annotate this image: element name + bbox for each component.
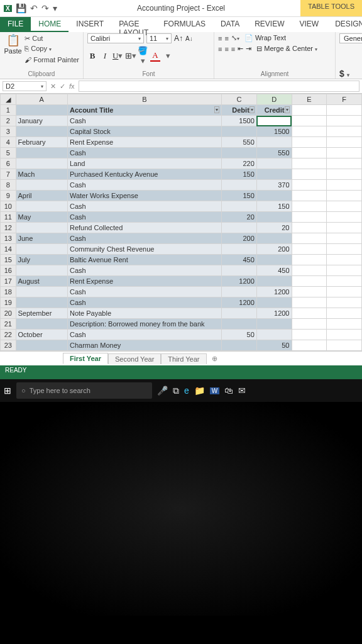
- cell[interactable]: [327, 148, 362, 158]
- cut-button[interactable]: ✂ Cut: [25, 33, 79, 43]
- cell[interactable]: [292, 105, 327, 116]
- cell[interactable]: Baltic Avenue Rent: [67, 255, 221, 265]
- cell[interactable]: [327, 212, 362, 223]
- cell[interactable]: 150: [256, 201, 292, 212]
- row-header[interactable]: 5: [1, 148, 16, 158]
- filter-icon[interactable]: ▾: [250, 106, 255, 113]
- cell[interactable]: August: [16, 276, 67, 287]
- tab-formulas[interactable]: FORMULAS: [156, 17, 213, 32]
- cell[interactable]: [292, 287, 327, 297]
- save-icon[interactable]: 💾: [16, 3, 26, 13]
- cell[interactable]: [256, 297, 292, 308]
- row-header[interactable]: 22: [1, 330, 16, 340]
- cell[interactable]: 370: [256, 180, 292, 191]
- align-left-icon[interactable]: ≡: [218, 45, 222, 53]
- font-color-button[interactable]: A: [150, 50, 160, 62]
- qat-more-icon[interactable]: ▾: [53, 3, 57, 13]
- cell[interactable]: 20: [222, 212, 257, 223]
- row-header[interactable]: 19: [1, 297, 16, 308]
- tab-review[interactable]: REVIEW: [247, 17, 292, 32]
- cell[interactable]: [327, 308, 362, 319]
- italic-button[interactable]: I: [100, 51, 110, 61]
- word-icon[interactable]: W: [210, 387, 219, 394]
- cell[interactable]: [292, 265, 327, 276]
- cell[interactable]: [16, 180, 67, 191]
- cell[interactable]: [256, 233, 292, 244]
- new-sheet-button[interactable]: ⊕: [207, 353, 222, 364]
- cell[interactable]: 150: [222, 191, 257, 201]
- row-header[interactable]: 21: [1, 319, 16, 330]
- table-header-account[interactable]: Account Title▾: [67, 105, 221, 116]
- row-header[interactable]: 16: [1, 265, 16, 276]
- cell[interactable]: [327, 180, 362, 191]
- filter-icon[interactable]: ▾: [285, 106, 290, 113]
- cell[interactable]: [327, 319, 362, 330]
- cell[interactable]: Rent Expense: [67, 137, 221, 148]
- cell[interactable]: [292, 158, 327, 169]
- decrease-indent-icon[interactable]: ⇤: [238, 45, 243, 53]
- cell[interactable]: [256, 276, 292, 287]
- cell[interactable]: [256, 191, 292, 201]
- cell[interactable]: [292, 212, 327, 223]
- underline-button[interactable]: U▾: [112, 51, 123, 61]
- cell[interactable]: 1500: [222, 116, 257, 126]
- cell[interactable]: Description: Borrowed money from the ban…: [67, 319, 221, 330]
- cell[interactable]: Community Chest Revenue: [67, 244, 221, 255]
- cell[interactable]: [327, 265, 362, 276]
- cell[interactable]: [327, 233, 362, 244]
- row-header[interactable]: 17: [1, 276, 16, 287]
- increase-font-icon[interactable]: A↑: [174, 34, 183, 43]
- cell[interactable]: Rent Expense: [67, 276, 221, 287]
- filter-icon[interactable]: ▾: [214, 106, 219, 113]
- cell[interactable]: [256, 319, 292, 330]
- cell[interactable]: [327, 137, 362, 148]
- redo-icon[interactable]: ↷: [41, 3, 49, 13]
- enter-icon[interactable]: ✓: [60, 82, 65, 91]
- align-right-icon[interactable]: ≡: [231, 45, 235, 53]
- currency-button[interactable]: $ ▾: [339, 69, 349, 79]
- tab-design[interactable]: DESIGN: [326, 17, 362, 32]
- row-header[interactable]: 12: [1, 223, 16, 233]
- row-header[interactable]: 18: [1, 287, 16, 297]
- cell[interactable]: Cash: [67, 148, 221, 158]
- row-header[interactable]: 14: [1, 244, 16, 255]
- cell[interactable]: Cash: [67, 212, 221, 223]
- fx-icon[interactable]: fx: [69, 82, 75, 91]
- merge-center-button[interactable]: ⊟ Merge & Center ▾: [254, 44, 320, 53]
- cell[interactable]: [292, 276, 327, 287]
- cell[interactable]: [327, 126, 362, 137]
- cell[interactable]: Cash: [67, 297, 221, 308]
- cell[interactable]: May: [16, 212, 67, 223]
- cell[interactable]: [256, 137, 292, 148]
- cell[interactable]: [16, 244, 67, 255]
- cell[interactable]: [256, 212, 292, 223]
- cell[interactable]: [292, 233, 327, 244]
- cell[interactable]: [292, 201, 327, 212]
- cell[interactable]: [222, 223, 257, 233]
- cell[interactable]: 50: [256, 340, 292, 351]
- cell[interactable]: [292, 319, 327, 330]
- cell[interactable]: [327, 287, 362, 297]
- cell[interactable]: [16, 319, 67, 330]
- cell[interactable]: [256, 116, 292, 126]
- cell[interactable]: January: [16, 116, 67, 126]
- select-all-corner[interactable]: ◢: [1, 94, 16, 105]
- cell[interactable]: [327, 276, 362, 287]
- cell[interactable]: 200: [222, 233, 257, 244]
- cell[interactable]: [222, 148, 257, 158]
- cell[interactable]: [222, 287, 257, 297]
- cell[interactable]: [256, 169, 292, 180]
- cell[interactable]: [16, 105, 67, 116]
- row-header[interactable]: 10: [1, 201, 16, 212]
- sheet-tab-third-year[interactable]: Third Year: [161, 353, 206, 364]
- cell[interactable]: [327, 297, 362, 308]
- cell[interactable]: Cash: [67, 116, 221, 126]
- col-header-F[interactable]: F: [327, 94, 362, 105]
- cell[interactable]: [292, 116, 327, 126]
- cell[interactable]: 550: [222, 137, 257, 148]
- cell[interactable]: [327, 191, 362, 201]
- cell[interactable]: July: [16, 255, 67, 265]
- cell[interactable]: Purchased Kentucky Avenue: [67, 169, 221, 180]
- align-middle-icon[interactable]: ≡: [224, 35, 228, 42]
- wrap-text-button[interactable]: 📄 Wrap Text: [242, 33, 288, 43]
